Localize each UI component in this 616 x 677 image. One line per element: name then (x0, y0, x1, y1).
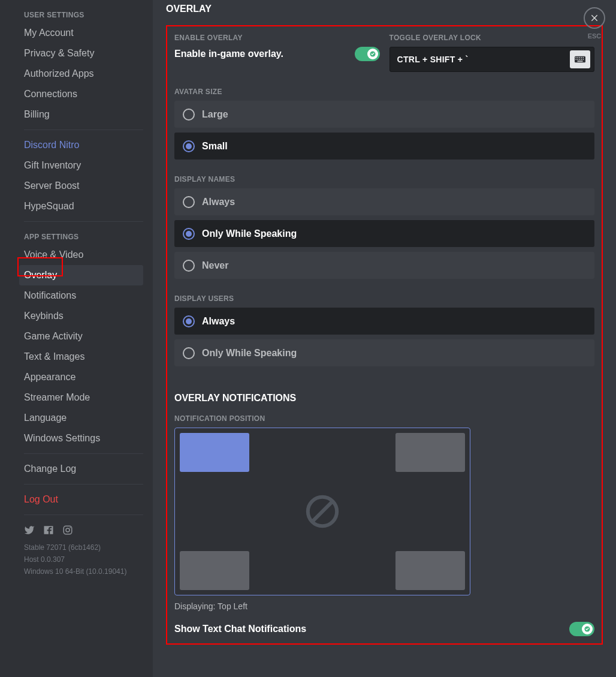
sidebar-item-billing[interactable]: Billing (19, 104, 143, 125)
sidebar-header-user: USER SETTINGS (24, 5, 143, 23)
sidebar-item-connections[interactable]: Connections (19, 84, 143, 104)
radio-icon (183, 196, 195, 208)
svg-rect-15 (578, 61, 583, 62)
sidebar-item-keybinds[interactable]: Keybinds (19, 306, 143, 326)
show-text-chat-label: Show Text Chat Notifications (174, 624, 306, 634)
radio-users-only-speaking[interactable]: Only While Speaking (174, 339, 594, 366)
instagram-icon[interactable] (62, 525, 73, 538)
sidebar-item-overlay[interactable]: Overlay (19, 265, 143, 285)
radio-names-only-speaking[interactable]: Only While Speaking (174, 220, 594, 247)
sidebar-item-gift-inventory[interactable]: Gift Inventory (19, 155, 143, 176)
svg-rect-9 (583, 57, 584, 58)
radio-label: Small (202, 141, 228, 152)
sidebar-item-change-log[interactable]: Change Log (19, 459, 143, 479)
main-content: OVERLAY ENABLE OVERLAY Enable in-game ov… (153, 0, 616, 677)
radio-icon (183, 315, 195, 327)
sidebar: USER SETTINGS My Account Privacy & Safet… (0, 0, 153, 677)
disable-icon[interactable] (305, 494, 340, 529)
svg-rect-5 (576, 57, 577, 58)
avatar-size-label: AVATAR SIZE (174, 88, 594, 96)
sidebar-item-authorized-apps[interactable]: Authorized Apps (19, 64, 143, 84)
radio-label: Always (202, 197, 235, 207)
svg-point-2 (70, 527, 71, 528)
version-line-2: Host 0.0.307 (24, 552, 143, 564)
esc-label: ESC (584, 32, 605, 40)
radio-label: Always (202, 316, 235, 327)
overlay-notifications-title: OVERLAY NOTIFICATIONS (174, 393, 594, 404)
sidebar-item-server-boost[interactable]: Server Boost (19, 176, 143, 196)
pos-bottom-right[interactable] (395, 551, 465, 590)
svg-rect-7 (579, 57, 581, 58)
sidebar-item-text-images[interactable]: Text & Images (19, 347, 143, 367)
sidebar-divider (24, 453, 143, 454)
sidebar-item-language[interactable]: Language (19, 408, 143, 428)
radio-icon (183, 347, 195, 359)
sidebar-item-hypesquad[interactable]: HypeSquad (19, 196, 143, 216)
svg-rect-14 (583, 59, 584, 60)
radio-label: Large (202, 109, 228, 120)
radio-icon (183, 260, 195, 272)
sidebar-item-streamer-mode[interactable]: Streamer Mode (19, 387, 143, 408)
radio-icon (183, 228, 195, 240)
radio-names-never[interactable]: Never (174, 252, 594, 279)
facebook-icon[interactable] (43, 525, 54, 538)
sidebar-header-app: APP SETTINGS (24, 227, 143, 245)
notification-position-label: NOTIFICATION POSITION (174, 414, 594, 423)
sidebar-item-discord-nitro[interactable]: Discord Nitro (19, 135, 143, 155)
radio-label: Only While Speaking (202, 228, 297, 239)
keyboard-icon[interactable] (570, 50, 590, 68)
svg-rect-10 (576, 59, 577, 60)
toggle-knob (367, 49, 378, 59)
svg-rect-13 (581, 59, 582, 60)
display-names-label: DISPLAY NAMES (174, 175, 594, 183)
sidebar-item-my-account[interactable]: My Account (19, 23, 143, 43)
version-line-1: Stable 72071 (6cb1462) (24, 540, 143, 552)
pos-top-right[interactable] (395, 433, 465, 472)
page-title: OVERLAY (166, 0, 603, 25)
sidebar-item-voice-video[interactable]: Voice & Video (19, 245, 143, 265)
radio-icon (183, 140, 195, 152)
svg-rect-12 (579, 59, 581, 60)
keybind-input[interactable]: CTRL + SHIFT + ` (389, 47, 595, 72)
annotation-highlight-main: ENABLE OVERLAY Enable in-game overlay. T… (166, 25, 603, 645)
sidebar-divider (24, 130, 143, 130)
radio-icon (183, 109, 195, 121)
radio-avatar-small[interactable]: Small (174, 133, 594, 160)
toggle-knob (582, 624, 593, 634)
close-button[interactable] (584, 7, 605, 29)
pos-top-left[interactable] (180, 433, 249, 472)
radio-users-always[interactable]: Always (174, 308, 594, 335)
twitter-icon[interactable] (24, 525, 35, 538)
toggle-lock-label: TOGGLE OVERLAY LOCK (389, 34, 595, 42)
sidebar-item-game-activity[interactable]: Game Activity (19, 326, 143, 347)
sidebar-social (24, 520, 143, 540)
toggle-enable-overlay[interactable] (355, 47, 380, 61)
enable-overlay-label: ENABLE OVERLAY (174, 34, 380, 42)
sidebar-item-windows-settings[interactable]: Windows Settings (19, 428, 143, 449)
svg-point-1 (66, 528, 70, 532)
pos-bottom-left[interactable] (180, 551, 249, 590)
sidebar-item-log-out[interactable]: Log Out (19, 489, 143, 510)
sidebar-divider (24, 514, 143, 515)
radio-avatar-large[interactable]: Large (174, 101, 594, 128)
svg-rect-6 (578, 57, 579, 58)
keybind-value: CTRL + SHIFT + ` (397, 55, 469, 64)
radio-names-always[interactable]: Always (174, 188, 594, 215)
radio-label: Only While Speaking (202, 348, 297, 359)
notification-position-picker (174, 428, 470, 595)
displaying-line: Displaying: Top Left (174, 601, 594, 611)
version-line-3: Windows 10 64-Bit (10.0.19041) (24, 564, 143, 576)
close-area: ESC (584, 7, 605, 40)
radio-label: Never (202, 260, 228, 271)
sidebar-divider (24, 484, 143, 485)
svg-rect-11 (578, 59, 579, 60)
display-users-label: DISPLAY USERS (174, 294, 594, 303)
sidebar-item-privacy-safety[interactable]: Privacy & Safety (19, 43, 143, 64)
sidebar-item-appearance[interactable]: Appearance (19, 367, 143, 387)
toggle-show-text-chat[interactable] (569, 622, 594, 636)
sidebar-item-notifications[interactable]: Notifications (19, 285, 143, 306)
svg-rect-8 (581, 57, 582, 58)
enable-overlay-text: Enable in-game overlay. (174, 49, 283, 59)
svg-line-17 (312, 501, 333, 522)
sidebar-divider (24, 221, 143, 222)
